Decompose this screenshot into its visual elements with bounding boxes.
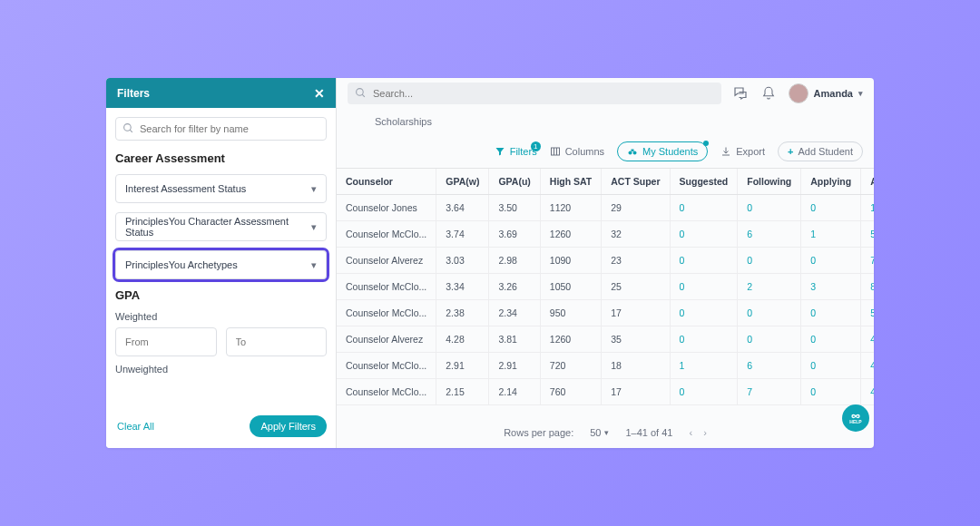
cell-following[interactable]: 0 [738,195,801,221]
clear-all-button[interactable]: Clear All [117,421,154,432]
cell-following[interactable]: 6 [738,353,801,379]
cell-following[interactable]: 0 [738,300,801,326]
cell-suggested[interactable]: 0 [670,195,738,221]
svg-line-1 [130,130,132,132]
cell-applied[interactable]: 4 [861,353,874,379]
help-fab[interactable]: HELP [842,404,869,432]
column-header[interactable]: GPA(w) [436,169,489,195]
table-row[interactable]: Counselor Alverez4.283.8112603500045 yea… [337,326,874,353]
search-icon [122,122,134,134]
select-principlesyou-status[interactable]: PrinciplesYou Character Assessment Statu… [115,212,327,241]
gpa-weighted-to[interactable] [226,327,328,356]
cell-gpaw: 2.91 [436,353,489,379]
select-interest-status[interactable]: Interest Assessment Status ▾ [115,174,327,203]
my-students-button[interactable]: My Students [617,141,708,161]
cell-sat: 950 [540,300,601,326]
cell-following[interactable]: 0 [738,326,801,353]
cell-applied[interactable]: 4 [861,326,874,353]
cell-gpau: 2.14 [489,379,540,405]
section-gpa-title: GPA [115,288,327,302]
export-button[interactable]: Export [720,146,765,157]
cell-suggested[interactable]: 0 [670,221,738,248]
cell-following[interactable]: 7 [738,379,801,405]
table-row[interactable]: Counselor McClo...2.152.147601707045 yea… [337,379,874,405]
cell-applying[interactable]: 0 [801,248,861,274]
cell-following[interactable]: 2 [738,274,801,300]
cell-applying[interactable]: 0 [801,379,861,405]
table-row[interactable]: Counselor Alverez3.032.9810902300075 yea… [337,248,874,274]
cell-gpau: 3.69 [489,221,540,248]
filter-search-input[interactable] [115,117,327,141]
table-row[interactable]: Counselor McClo...2.382.349501700055 yea… [337,300,874,326]
select-principlesyou-archetypes[interactable]: PrinciplesYou Archetypes ▾ [115,250,327,279]
column-header[interactable]: High SAT [540,169,601,195]
column-header[interactable]: Counselor [337,169,436,195]
global-search[interactable] [348,83,721,104]
toolbar: Filters 1 Columns My Students Export + A… [337,135,874,168]
cell-act: 32 [602,221,670,248]
cell-counselor: Counselor Jones [337,195,436,221]
chat-icon[interactable] [732,85,749,102]
cell-gpau: 2.34 [489,300,540,326]
cell-sat: 1090 [540,248,601,274]
column-header[interactable]: Applying [801,169,861,195]
cell-suggested[interactable]: 0 [670,379,738,405]
filter-search[interactable] [115,117,327,141]
cell-applied[interactable]: 1 [861,195,874,221]
column-header[interactable]: Applied [861,169,874,195]
cell-following[interactable]: 0 [738,248,801,274]
cell-suggested[interactable]: 0 [670,326,738,353]
tab-scholarships[interactable]: Scholarships [375,116,432,127]
cell-applied[interactable]: 5 [861,300,874,326]
cell-applying[interactable]: 0 [801,326,861,353]
columns-icon [550,146,561,157]
chevron-down-icon: ▾ [311,259,317,271]
cell-applied[interactable]: 5 [861,221,874,248]
section-career-title: Career Assessment [115,151,327,165]
apply-filters-button[interactable]: Apply Filters [250,415,327,437]
table-row[interactable]: Counselor McClo...2.912.917201816043 yea… [337,353,874,379]
cell-suggested[interactable]: 0 [670,300,738,326]
cell-suggested[interactable]: 0 [670,248,738,274]
cell-applying[interactable]: 0 [801,195,861,221]
close-icon[interactable]: ✕ [314,86,325,101]
user-menu[interactable]: Amanda ▾ [789,83,863,103]
app-window: Filters ✕ Career Assessment Interest Ass… [106,78,874,448]
cell-applied[interactable]: 4 [861,379,874,405]
global-search-input[interactable] [348,83,721,104]
students-table: CounselorGPA(w)GPA(u)High SATACT SuperSu… [337,169,874,405]
table-row[interactable]: Counselor McClo...3.743.6912603206155 ye… [337,221,874,248]
bell-icon[interactable] [761,86,776,101]
column-header[interactable]: GPA(u) [489,169,540,195]
columns-button[interactable]: Columns [550,146,604,157]
cell-applying[interactable]: 1 [801,221,861,248]
prev-page-icon[interactable]: ‹ [689,427,692,438]
rows-per-page-select[interactable]: 50 ▾ [590,427,609,438]
cell-applied[interactable]: 8 [861,274,874,300]
add-student-button[interactable]: + Add Student [778,141,863,161]
cell-act: 23 [602,248,670,274]
cell-counselor: Counselor McClo... [337,379,436,405]
cell-following[interactable]: 6 [738,221,801,248]
funnel-icon [495,146,505,157]
cell-applying[interactable]: 3 [801,274,861,300]
cell-applied[interactable]: 7 [861,248,874,274]
cell-suggested[interactable]: 0 [670,274,738,300]
cell-gpaw: 2.15 [436,379,489,405]
cell-act: 25 [602,274,670,300]
next-page-icon[interactable]: › [703,427,707,438]
column-header[interactable]: ACT Super [602,169,670,195]
table-row[interactable]: Counselor McClo...3.343.2610502502385 ye… [337,274,874,300]
column-header[interactable]: Suggested [670,169,738,195]
cell-sat: 1120 [540,195,601,221]
cell-gpau: 2.91 [489,353,540,379]
cell-applying[interactable]: 0 [801,353,861,379]
gpa-weighted-from[interactable] [115,327,217,356]
cell-applying[interactable]: 0 [801,300,861,326]
column-header[interactable]: Following [738,169,801,195]
table-row[interactable]: Counselor Jones3.643.5011202900015 years… [337,195,874,221]
cell-suggested[interactable]: 1 [670,353,738,379]
filters-button[interactable]: Filters 1 [495,146,537,157]
cell-counselor: Counselor Alverez [337,248,436,274]
filter-panel-header: Filters ✕ [106,78,336,108]
